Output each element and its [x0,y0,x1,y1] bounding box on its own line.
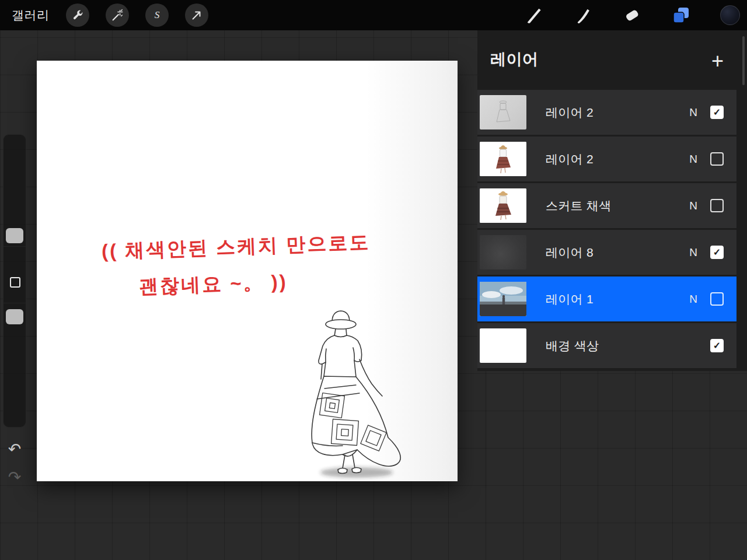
layer-name: 레이어 2 [546,151,594,167]
layers-list: 레이어 2 N 레이어 2 N [477,90,747,370]
brush-opacity-handle[interactable] [6,309,23,324]
add-layer-button[interactable]: + [711,52,724,70]
visibility-checkbox[interactable] [710,106,724,119]
adjustments-button[interactable] [106,4,129,27]
blend-mode-button[interactable]: N [686,200,700,212]
visibility-checkbox[interactable] [710,246,724,259]
brush-icon [525,6,543,24]
slider-strip [3,134,26,428]
arrow-cursor-icon [190,9,203,22]
layer-row[interactable]: 레이어 1 N [477,276,736,321]
blend-mode-button[interactable]: N [686,246,700,259]
visibility-checkbox[interactable] [710,199,724,212]
magic-wand-icon [111,9,124,22]
procreate-app: 갤러리 S [0,0,747,560]
layer-name: 배경 색상 [546,338,599,354]
brush-opacity-slider[interactable] [4,303,26,428]
layer-thumbnail[interactable] [480,328,526,363]
selection-s-icon: S [151,9,163,22]
eraser-icon [623,6,641,24]
gallery-button[interactable]: 갤러리 [12,7,50,23]
layer-thumbnail[interactable] [480,188,526,223]
layer-thumbnail[interactable] [480,282,526,316]
layer-thumbnail[interactable] [480,95,526,130]
color-swatch-icon [720,5,740,25]
layers-icon [672,6,690,24]
actions-button[interactable] [66,4,89,27]
top-toolbar: 갤러리 S [0,0,747,30]
visibility-checkbox[interactable] [710,339,724,352]
brush-size-handle[interactable] [6,228,23,243]
visibility-checkbox[interactable] [710,152,724,166]
layer-name: 스커트 채색 [546,198,612,214]
selection-button[interactable]: S [145,4,169,27]
blend-mode-button[interactable]: N [686,106,700,119]
layer-row[interactable]: 배경 색상 [477,323,736,368]
blend-mode-button[interactable]: N [686,153,700,166]
layers-panel-title: 레이어 [490,49,539,70]
side-toolbar: ↶ ↷ [3,134,26,486]
layers-button[interactable] [670,4,692,26]
layer-row[interactable]: 레이어 2 N [477,136,736,181]
paint-button[interactable] [523,4,545,26]
redo-button[interactable]: ↷ [3,468,26,486]
scrollbar[interactable] [742,36,745,85]
erase-button[interactable] [621,4,643,26]
svg-text:S: S [154,9,159,20]
layers-panel: 레이어 + 레이어 2 N [477,30,747,371]
handwritten-note: (( 채색안된 스케치 만으로도 괜찮네요 ~。 )) [101,224,372,306]
layer-thumbnail[interactable] [480,235,526,270]
transform-button[interactable] [185,4,208,27]
layer-name: 레이어 2 [546,104,594,121]
smudge-icon [574,6,592,24]
layer-row[interactable]: 레이어 2 N [477,90,736,135]
drawing-canvas[interactable]: (( 채색안된 스케치 만으로도 괜찮네요 ~。 )) [37,61,458,481]
layer-thumbnail[interactable] [480,142,526,176]
modify-button[interactable] [10,277,20,288]
layer-row[interactable]: 스커트 채색 N [477,183,736,228]
smudge-button[interactable] [572,4,594,26]
layer-row[interactable]: 레이어 8 N [477,230,736,275]
blend-mode-button[interactable]: N [686,293,700,306]
layer-name: 레이어 8 [546,244,594,261]
color-button[interactable] [719,4,741,26]
visibility-checkbox[interactable] [710,292,724,306]
wrench-icon [71,9,84,22]
brush-size-slider[interactable] [4,135,26,247]
layer-name: 레이어 1 [546,291,594,307]
undo-button[interactable]: ↶ [3,440,26,458]
layers-panel-header: 레이어 + [477,30,747,89]
